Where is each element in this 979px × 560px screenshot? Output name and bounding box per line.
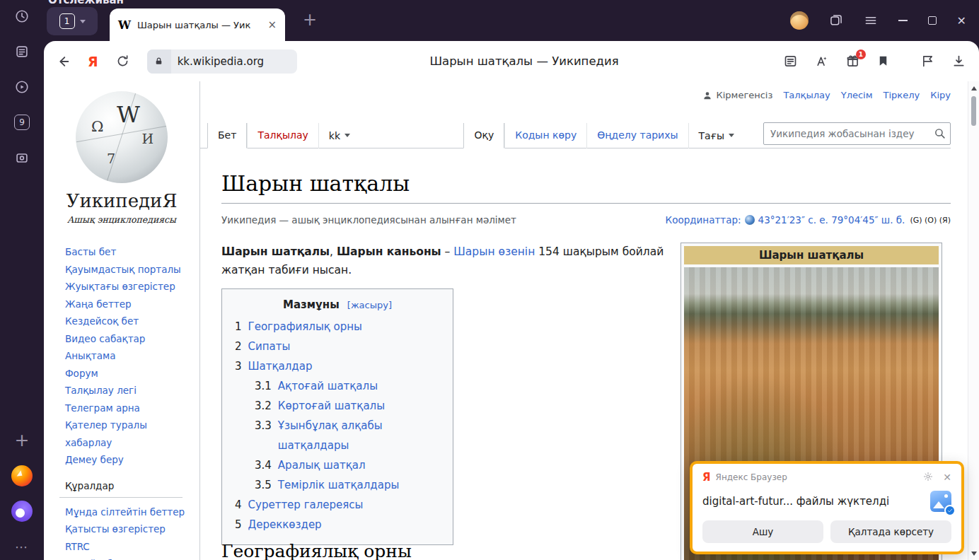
media-player-icon[interactable] [11, 76, 33, 98]
toc-header: Мазмұны [жасыру] [235, 298, 440, 311]
new-tab-button[interactable]: + [300, 11, 320, 30]
gift-icon[interactable]: 1 [845, 54, 860, 69]
popup-close-icon[interactable]: ✕ [943, 472, 951, 483]
login-link[interactable]: Кіру [930, 90, 951, 100]
scrollbar-thumb[interactable] [971, 96, 976, 126]
toc-item[interactable]: 3.4Аралық шатқал [235, 455, 440, 475]
rail-more-icon[interactable]: ⋯ [11, 536, 33, 557]
scroll-up-arrow-icon[interactable] [971, 86, 977, 91]
sidebar-item-random-page[interactable]: Кездейсоқ бет [65, 313, 191, 330]
page-scrollbar[interactable] [968, 81, 979, 560]
tab-group-counter[interactable]: 1 [47, 7, 98, 35]
toc-item[interactable]: 3.1Ақтоғай шатқалы [235, 376, 440, 396]
menu-hamburger-icon[interactable] [864, 13, 878, 28]
sidebar-item-help[interactable]: Анықтама [65, 347, 191, 365]
download-complete-badge [944, 505, 956, 516]
yandex-browser-logo-icon[interactable] [11, 465, 33, 486]
toc-number: 3.4 [255, 455, 272, 475]
sidebar-item-video-lessons[interactable]: Видео сабақтар [65, 330, 191, 348]
maximize-button[interactable] [928, 16, 937, 25]
globe-icon[interactable] [745, 215, 755, 225]
tab-read[interactable]: Оқу [463, 123, 504, 148]
lock-icon[interactable] [147, 49, 171, 74]
open-file-button[interactable]: Ашу [702, 520, 823, 543]
tab-talk[interactable]: Талқылау [247, 123, 318, 148]
active-browser-tab[interactable]: W Шарын шатқалы — Уик × [110, 8, 285, 41]
sidebar-item-donate[interactable]: Демеу беру [65, 451, 191, 469]
popup-settings-icon[interactable] [923, 471, 933, 484]
address-bar[interactable]: kk.wikipedia.org [147, 49, 297, 74]
scroll-down-arrow-icon[interactable] [971, 552, 977, 556]
sidebar-item-what-links-here[interactable]: Мұнда сілтейтін беттер [65, 503, 191, 521]
wikipedia-logo[interactable]: Ω W И 7 УикипедиЯ Ашық энциклопедиясы [44, 81, 199, 225]
register-link[interactable]: Тіркелу [884, 90, 920, 100]
downloaded-image-thumbnail[interactable] [930, 491, 951, 512]
toc-label: Шатқалдар [248, 356, 313, 376]
tab-close-icon[interactable]: × [267, 18, 277, 31]
back-icon[interactable] [55, 54, 71, 69]
coordinates-label[interactable]: Координаттар: [666, 214, 741, 226]
sidebar-item-related-changes[interactable]: Қатысты өзгерістер [65, 520, 191, 538]
tab-more-label: Тағы [699, 130, 724, 141]
tab-language-variant[interactable]: kk [318, 123, 360, 148]
bookmark-icon[interactable] [876, 54, 890, 68]
tab-more-menu[interactable]: Тағы [688, 123, 744, 148]
yandex-search-button[interactable]: Я [88, 54, 98, 69]
browser-toolbar: Я kk.wikipedia.org Шарын шатқалы — Уикип… [44, 41, 979, 81]
screenshot-icon[interactable] [11, 147, 33, 168]
popup-app-name: Яндекс Браузер [716, 472, 924, 482]
wiki-nav-list: Басты бет Қауымдастық порталы Жуықтағы ө… [44, 243, 199, 560]
user-talk-link[interactable]: Талқылау [783, 90, 830, 100]
user-contribs-link[interactable]: Үлесім [841, 90, 873, 100]
notes-feed-icon[interactable] [11, 41, 33, 62]
translate-icon[interactable] [814, 54, 829, 69]
wiki-tabs-left: Бет Талқылау kk [207, 123, 360, 148]
sidebar-item-community-portal[interactable]: Қауымдастық порталы [65, 261, 191, 279]
downloads-icon[interactable] [951, 54, 966, 69]
collections-flag-icon[interactable] [920, 54, 935, 69]
toc-item[interactable]: 3.3Ұзынбұлақ алқабы шатқалдары [235, 416, 440, 455]
tab-view-source[interactable]: Кодын көру [504, 123, 586, 148]
charyn-river-link[interactable]: Шарын өзенін [453, 245, 535, 258]
toc-item[interactable]: 5Дереккөздер [235, 515, 440, 535]
toc-hide-link[interactable]: [жасыру] [347, 300, 392, 310]
sidebar-item-discussion-feed[interactable]: Талқылау легі [65, 382, 191, 399]
anon-user: Кірмегенсіз [702, 90, 772, 100]
tab-page[interactable]: Бет [207, 123, 247, 148]
sidebar-item-main-page[interactable]: Басты бет [65, 243, 191, 261]
toc-item[interactable]: 2Сипаты [235, 337, 440, 356]
toc-label: Сипаты [248, 337, 291, 356]
toc-list: 1Географиялық орны 2Сипаты 3Шатқалдар 3.… [235, 317, 440, 535]
show-in-folder-button[interactable]: Қалтада көрсету [830, 520, 951, 543]
sidebar-item-telegram[interactable]: Телеграм арна [65, 399, 191, 417]
sidebar-item-special-pages[interactable]: Арнайы беттер [65, 555, 191, 560]
toc-item[interactable]: 4Суреттер галереясы [235, 495, 440, 515]
alice-orb [11, 501, 33, 522]
sidebar-item-rtrc[interactable]: RTRC [65, 538, 191, 556]
tab-history[interactable]: Өңделу тарихы [586, 123, 688, 148]
toc-item[interactable]: 3.2Көртоғай шатқалы [235, 396, 440, 416]
toc-number: 3.3 [255, 416, 272, 455]
sidebar-item-recent-changes[interactable]: Жуықтағы өзгерістер [65, 278, 191, 296]
coordinates-extras[interactable]: (G) (O) (Я) [910, 216, 951, 225]
search-input[interactable] [763, 122, 951, 145]
sidebar-item-new-pages[interactable]: Жаңа беттер [65, 296, 191, 313]
rail-add-icon[interactable]: + [11, 430, 33, 451]
alice-assistant-icon[interactable] [11, 501, 33, 522]
toc-item[interactable]: 1Географиялық орны [235, 317, 440, 337]
browser-window: 9 + ⋯ Отслеживан 1 W Шарын шатқалы — Уик… [0, 0, 979, 560]
tabs-counter-badge[interactable]: 9 [11, 112, 33, 133]
toc-item[interactable]: 3Шатқалдар [235, 356, 440, 376]
toc-item[interactable]: 3.5Темірлік шатқалдары [235, 475, 440, 495]
avatar[interactable] [790, 11, 809, 30]
search-icon[interactable] [934, 127, 946, 139]
sidebar-item-forum[interactable]: Форум [65, 365, 191, 383]
sidebar-item-report-errors[interactable]: Қателер туралы хабарлау [65, 416, 191, 451]
minimize-button[interactable] [898, 20, 908, 21]
side-panels-icon[interactable] [829, 13, 843, 28]
reader-mode-icon[interactable] [783, 54, 798, 69]
close-window-button[interactable]: ✕ [957, 14, 966, 28]
coordinates-value[interactable]: 43°21′23″ с. е. 79°04′45″ ш. б. [758, 214, 905, 226]
refresh-icon[interactable] [115, 54, 130, 69]
history-clock-icon[interactable] [11, 6, 33, 27]
